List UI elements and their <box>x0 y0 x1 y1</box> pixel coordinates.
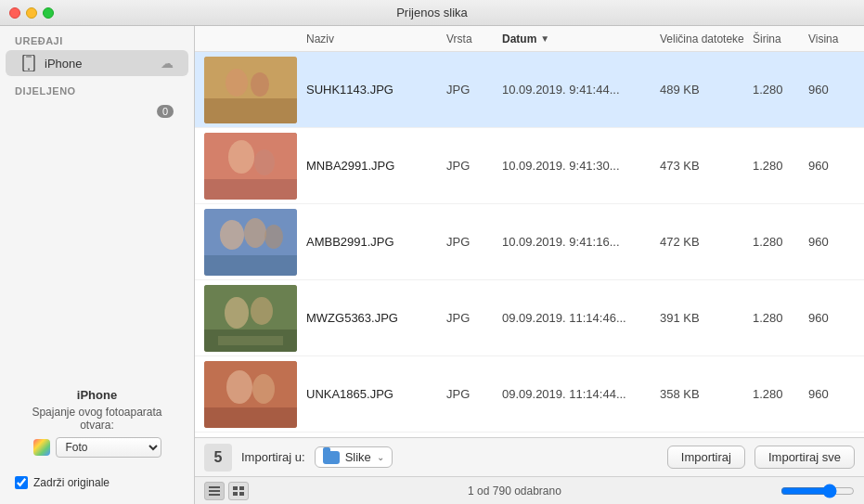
svg-point-14 <box>264 225 283 249</box>
svg-rect-29 <box>239 486 244 490</box>
device-info: iPhone Spajanje ovog fotoaparata otvara:… <box>15 388 179 458</box>
sidebar-item-shared[interactable]: 0 <box>6 100 188 123</box>
photo-date: 10.09.2019. 9:41:16... <box>502 235 660 249</box>
zoom-slider[interactable] <box>780 484 855 498</box>
photo-width: 1.280 <box>753 387 808 401</box>
chevron-down-icon: ⌄ <box>377 452 384 462</box>
photo-size: 391 KB <box>660 311 753 325</box>
svg-rect-1 <box>26 57 32 58</box>
col-height-header[interactable]: Visina <box>808 32 855 45</box>
svg-point-5 <box>251 72 269 97</box>
svg-rect-28 <box>233 486 238 490</box>
view-mode-buttons <box>204 482 249 500</box>
minimize-button[interactable] <box>26 7 37 19</box>
traffic-lights <box>9 7 54 19</box>
cloud-icon: ☁ <box>161 56 174 71</box>
sidebar-bottom: iPhone Spajanje ovog fotoaparata otvara:… <box>0 123 194 504</box>
svg-rect-10 <box>204 179 297 200</box>
folder-icon <box>323 451 340 464</box>
table-row[interactable]: SUHK1143.JPG JPG 10.09.2019. 9:41:44... … <box>195 52 864 128</box>
import-button[interactable]: Importiraj <box>667 446 745 469</box>
svg-point-18 <box>251 297 273 325</box>
svg-rect-6 <box>204 98 297 123</box>
maximize-button[interactable] <box>43 7 54 19</box>
svg-point-13 <box>244 218 266 248</box>
photo-height: 960 <box>808 159 855 173</box>
svg-point-4 <box>226 69 248 97</box>
sidebar-item-iphone[interactable]: iPhone ☁ <box>6 50 188 76</box>
svg-point-22 <box>226 370 252 404</box>
foto-app-icon <box>33 439 50 456</box>
photo-type: JPG <box>446 83 502 97</box>
keep-originals-label: Zadrži originale <box>33 476 110 489</box>
selection-status: 1 od 790 odabrano <box>249 485 780 498</box>
table-row[interactable]: MNBA2991.JPG JPG 10.09.2019. 9:41:30... … <box>195 128 864 204</box>
import-bar: 5 Importiraj u: Slike ⌄ Importiraj Impor… <box>195 437 864 476</box>
photo-type: JPG <box>446 235 502 249</box>
iphone-label: iPhone <box>45 57 157 71</box>
keep-originals-checkbox[interactable] <box>15 476 28 489</box>
photo-width: 1.280 <box>753 159 808 173</box>
col-name-header[interactable]: Naziv <box>306 32 446 45</box>
titlebar: Prijenos slika <box>0 0 864 26</box>
list-view-button[interactable] <box>204 482 225 500</box>
svg-point-2 <box>28 69 30 71</box>
close-button[interactable] <box>9 7 20 19</box>
col-size-header[interactable]: Veličina datoteke <box>660 32 753 45</box>
main-layout: UREĐAJI iPhone ☁ DIJELJENO 0 iPhone Spa <box>0 26 864 504</box>
svg-rect-15 <box>204 255 297 276</box>
photo-size: 358 KB <box>660 387 753 401</box>
import-to-label: Importiraj u: <box>241 450 305 464</box>
photo-thumbnail <box>204 285 297 352</box>
svg-rect-30 <box>233 492 238 496</box>
photo-name: AMBB2991.JPG <box>297 235 446 249</box>
photo-size: 473 KB <box>660 159 753 173</box>
destination-selector[interactable]: Slike ⌄ <box>315 446 393 468</box>
photo-width: 1.280 <box>753 311 808 325</box>
sort-arrow-icon: ▼ <box>540 33 549 44</box>
svg-rect-27 <box>209 494 220 496</box>
photo-date: 09.09.2019. 11:14:46... <box>502 311 660 325</box>
shared-badge: 0 <box>157 105 174 118</box>
photo-name: MNBA2991.JPG <box>297 159 446 173</box>
device-name: iPhone <box>15 388 179 402</box>
svg-point-9 <box>254 149 275 175</box>
app-dropdown-row: Foto Image Capture <box>15 437 179 458</box>
bottom-strip: 1 od 790 odabrano <box>195 476 864 504</box>
sidebar: UREĐAJI iPhone ☁ DIJELJENO 0 iPhone Spa <box>0 26 195 504</box>
app-dropdown[interactable]: Foto Image Capture <box>56 437 161 458</box>
svg-rect-26 <box>209 490 220 492</box>
photo-list[interactable]: SUHK1143.JPG JPG 10.09.2019. 9:41:44... … <box>195 52 864 437</box>
col-date-header[interactable]: Datum ▼ <box>502 32 660 45</box>
table-row[interactable]: UNKA1865.JPG JPG 09.09.2019. 11:14:44...… <box>195 356 864 433</box>
photo-thumbnail <box>204 57 297 123</box>
photo-height: 960 <box>808 311 855 325</box>
svg-point-12 <box>220 220 244 250</box>
svg-rect-25 <box>209 486 220 488</box>
photo-name: UNKA1865.JPG <box>297 387 446 401</box>
col-width-header[interactable]: Širina <box>753 32 808 45</box>
table-row[interactable]: MWZG5363.JPG JPG 09.09.2019. 11:14:46...… <box>195 280 864 356</box>
photo-thumbnail <box>204 133 297 200</box>
svg-rect-31 <box>239 492 244 496</box>
photo-date: 10.09.2019. 9:41:30... <box>502 159 660 173</box>
photo-size: 472 KB <box>660 235 753 249</box>
phone-icon <box>20 55 37 71</box>
import-icon: 5 <box>204 444 232 472</box>
import-all-button[interactable]: Importiraj sve <box>754 446 855 469</box>
photo-type: JPG <box>446 159 502 173</box>
photo-date: 09.09.2019. 11:14:44... <box>502 387 660 401</box>
photo-width: 1.280 <box>753 235 808 249</box>
photo-height: 960 <box>808 235 855 249</box>
col-type-header[interactable]: Vrsta <box>446 32 502 45</box>
sidebar-section-shared: DIJELJENO <box>0 76 194 100</box>
svg-point-8 <box>228 140 254 174</box>
table-row[interactable]: AMBB2991.JPG JPG 10.09.2019. 9:41:16... … <box>195 204 864 280</box>
photo-size: 489 KB <box>660 83 753 97</box>
zoom-slider-area <box>780 484 855 498</box>
keep-originals-row: Zadrži originale <box>15 476 179 489</box>
photo-date: 10.09.2019. 9:41:44... <box>502 83 660 97</box>
grid-view-button[interactable] <box>228 482 249 500</box>
photo-height: 960 <box>808 83 855 97</box>
content-area: Naziv Vrsta Datum ▼ Veličina datoteke Ši… <box>195 26 864 504</box>
